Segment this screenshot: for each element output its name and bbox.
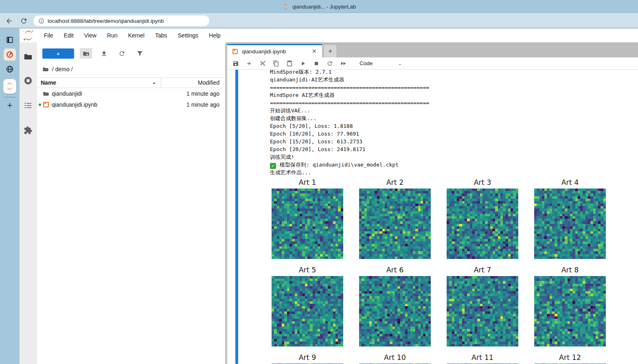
file-name: qianduanjidi.ipynb <box>52 101 97 108</box>
insert-cell-button[interactable] <box>246 60 252 67</box>
output-line: Epoch [5/20], Loss: 1.8188 <box>270 122 638 130</box>
output-line: Epoch [15/20], Loss: 613.2733 <box>270 138 638 145</box>
menu-run[interactable]: Run <box>102 29 123 42</box>
close-tab-icon[interactable]: ✕ <box>310 48 318 55</box>
filter-files-button[interactable] <box>134 48 146 59</box>
output-line: MindSpore版本: 2.7.1 <box>270 70 638 76</box>
site-info-icon[interactable] <box>38 18 44 24</box>
jupyter-logo-icon <box>282 3 289 10</box>
column-modified[interactable]: Modified <box>161 78 225 88</box>
art-tile: Art 8 <box>534 266 606 346</box>
column-name[interactable]: Name ▲ <box>37 79 161 86</box>
menu-view[interactable]: View <box>79 29 102 42</box>
address-bar[interactable]: localhost:8888/lab/tree/demo/qianduanjid… <box>33 15 209 26</box>
chevron-down-icon[interactable]: ⌄ <box>398 61 402 66</box>
extensions-icon[interactable] <box>20 122 37 139</box>
art-image <box>359 189 431 259</box>
save-button[interactable] <box>232 60 239 67</box>
art-tile: Art 7 <box>447 266 518 346</box>
art-title: Art 10 <box>359 353 431 362</box>
art-image <box>272 276 343 346</box>
run-cell-button[interactable] <box>299 60 306 67</box>
jupyter-logo-icon <box>22 30 35 41</box>
file-modified: 1 minute ago <box>186 101 225 108</box>
art-image <box>447 276 518 346</box>
output-line: 开始训练VAE... <box>270 107 638 114</box>
art-title: Art 5 <box>272 266 343 274</box>
menu-tabs[interactable]: Tabs <box>150 29 173 42</box>
menu-kernel[interactable]: Kernel <box>123 29 149 42</box>
restart-kernel-button[interactable] <box>326 60 333 67</box>
art-title: Art 11 <box>447 353 518 362</box>
art-tile: Art 5 <box>272 266 343 346</box>
refresh-file-list-button[interactable] <box>116 48 128 59</box>
art-image <box>534 189 606 259</box>
art-title: Art 4 <box>534 178 606 187</box>
menu-settings[interactable]: Settings <box>173 29 204 42</box>
art-title: Art 9 <box>272 353 343 362</box>
home-folder-icon[interactable] <box>42 66 49 72</box>
paste-cells-button[interactable] <box>286 60 293 67</box>
art-tile: Art 3 <box>447 178 518 259</box>
tab-notebook[interactable]: qianduanjidi.ipynb ✕ <box>227 44 322 57</box>
art-tile: Art 11 <box>447 353 518 364</box>
file-row-folder[interactable]: qianduanjidi 1 minute ago <box>37 88 225 99</box>
menu-file[interactable]: File <box>39 29 59 42</box>
copy-cells-button[interactable] <box>272 60 279 67</box>
art-title: Art 8 <box>534 266 606 274</box>
breadcrumb-path: / demo / <box>52 66 73 72</box>
output-line: Epoch [10/20], Loss: 77.9691 <box>270 130 638 138</box>
kernel-running-dot <box>39 103 41 106</box>
sidebar-panel-icon[interactable] <box>3 33 16 46</box>
output-line: ========================================… <box>270 83 638 91</box>
rail-divider <box>4 97 16 97</box>
cell-output: MindSpore版本: 2.7.1 qianduanjidi-AI艺术生成器 … <box>270 70 638 364</box>
tab-bar: qianduanjidi.ipynb ✕ + <box>227 42 638 57</box>
add-tab-icon[interactable]: + <box>3 99 16 112</box>
breadcrumb[interactable]: / demo / <box>37 59 225 77</box>
output-line-saved: ✓模型保存到: qianduanjidi\vae_model.ckpt <box>270 161 638 169</box>
new-folder-button[interactable] <box>80 48 92 59</box>
art-title: Art 1 <box>272 178 343 187</box>
running-kernels-icon[interactable] <box>20 72 37 89</box>
browser-titlebar: qianduanjidi... - JupyterLab <box>0 0 638 13</box>
jupyter-app-icon[interactable] <box>3 80 16 93</box>
file-browser-tab-icon[interactable] <box>20 48 37 65</box>
active-cell-collapser[interactable] <box>235 70 238 364</box>
restart-run-all-button[interactable] <box>340 60 346 67</box>
art-image <box>359 276 431 346</box>
art-title: Art 6 <box>359 266 431 274</box>
art-title: Art 3 <box>447 178 518 187</box>
art-tile: Art 9 <box>272 353 343 364</box>
file-name: qianduanjidi <box>52 90 82 97</box>
sort-asc-icon: ▲ <box>152 81 156 85</box>
art-figure: Art 1 Art 2 Art 3 <box>272 178 638 364</box>
art-image <box>534 276 606 346</box>
file-browser-panel: + / demo / <box>37 42 225 364</box>
interrupt-kernel-button[interactable] <box>313 60 320 67</box>
file-browser-toolbar: + <box>37 42 225 59</box>
upload-button[interactable] <box>98 48 110 59</box>
art-title: Art 2 <box>359 178 431 187</box>
cell-type-dropdown[interactable]: Code <box>360 60 373 66</box>
check-icon: ✓ <box>270 163 276 169</box>
cut-cells-button[interactable] <box>259 60 266 67</box>
art-title: Art 7 <box>447 266 518 274</box>
art-tile: Art 1 <box>272 178 343 259</box>
globe-icon[interactable] <box>3 63 16 76</box>
menu-help[interactable]: Help <box>204 29 226 42</box>
output-line: qianduanjidi-AI艺术生成器 <box>270 76 638 83</box>
art-tile: Art 12 <box>534 353 606 364</box>
browser-navbar: localhost:8888/lab/tree/demo/qianduanjid… <box>0 14 638 29</box>
table-of-contents-icon[interactable] <box>20 97 37 114</box>
red-app-icon[interactable] <box>3 48 16 61</box>
file-row-notebook[interactable]: qianduanjidi.ipynb 1 minute ago <box>37 99 225 110</box>
menu-edit[interactable]: Edit <box>59 29 79 42</box>
reload-button[interactable] <box>19 16 29 26</box>
art-tile: Art 2 <box>359 178 431 259</box>
back-button[interactable] <box>4 16 14 26</box>
art-image <box>272 189 343 259</box>
new-tab-button[interactable]: + <box>324 45 336 57</box>
output-line: 训练完成! <box>270 153 638 161</box>
new-launcher-button[interactable]: + <box>42 48 74 59</box>
